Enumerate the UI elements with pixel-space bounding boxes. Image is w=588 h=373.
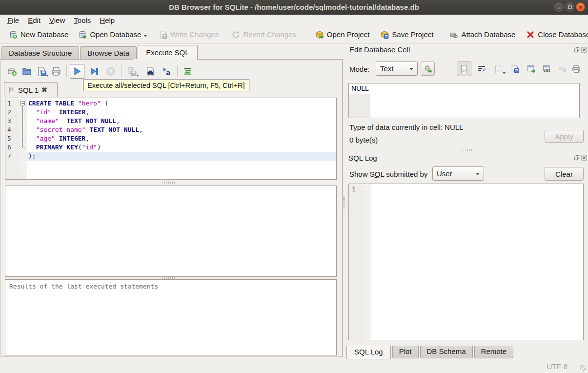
- execute-all-button[interactable]: [70, 64, 84, 79]
- code-line[interactable]: 2 "id" INTEGER,: [5, 108, 336, 117]
- find-button[interactable]: [143, 64, 158, 79]
- save-sql-file-button[interactable]: [34, 64, 49, 79]
- open-database-dropdown-icon[interactable]: [144, 35, 147, 39]
- dock-tab-plot[interactable]: Plot: [392, 346, 419, 358]
- new-tab-icon: [7, 66, 17, 76]
- log-line-number: 1: [349, 184, 364, 340]
- encoding-indicator[interactable]: UTF-8: [547, 362, 568, 371]
- tab-database-structure[interactable]: Database Structure: [1, 46, 79, 60]
- clear-log-button[interactable]: Clear: [545, 167, 584, 181]
- close-button[interactable]: [576, 2, 585, 12]
- save-as-icon: [510, 64, 519, 73]
- results-grid[interactable]: [5, 186, 337, 277]
- title-bar[interactable]: DB Browser for SQLite - /home/user/code/…: [0, 0, 588, 15]
- mode-combobox[interactable]: Text: [376, 62, 418, 76]
- sql-log-filter-label: Show SQL submitted by: [349, 170, 427, 178]
- cell-editor[interactable]: NULL: [348, 83, 580, 118]
- menu-bar: File Edit View Tools Help: [0, 15, 588, 25]
- open-external-icon: [527, 64, 536, 73]
- execute-line-button[interactable]: [87, 64, 101, 79]
- print-sql-button[interactable]: [49, 64, 63, 79]
- results-message-panel[interactable]: Results of the last executed statements: [5, 279, 337, 355]
- sql-editor-tab-label: SQL 1: [18, 86, 39, 94]
- cell-import-button: [491, 62, 506, 76]
- resize-grip[interactable]: [580, 365, 586, 371]
- execute-all-icon: [72, 66, 82, 76]
- code-line[interactable]: 1 CREATE TABLE "hero" (: [5, 99, 336, 108]
- code-text[interactable]: );: [27, 152, 336, 161]
- cell-text-mode-button[interactable]: [457, 62, 471, 76]
- auto-mode-button[interactable]: [421, 62, 435, 76]
- svg-text:a: a: [162, 67, 166, 72]
- sql-log-view[interactable]: 1: [348, 184, 584, 340]
- menu-edit[interactable]: Edit: [23, 16, 45, 25]
- stop-execution-button: [103, 64, 118, 79]
- code-text[interactable]: PRIMARY KEY("id"): [27, 143, 336, 152]
- code-text[interactable]: CREATE TABLE "hero" (: [27, 99, 336, 108]
- results-placeholder: Results of the last executed statements: [9, 283, 158, 290]
- minimize-button[interactable]: [554, 2, 564, 12]
- dock-splitter-handle[interactable]: [343, 197, 345, 210]
- code-line[interactable]: 5 "age" INTEGER,: [5, 134, 336, 143]
- format-sql-button[interactable]: [181, 64, 195, 79]
- sql-code-editor[interactable]: 1 CREATE TABLE "hero" ( 2 "id" INTEGER, …: [5, 98, 337, 180]
- dock-tab-db-schema[interactable]: DB Schema: [420, 346, 473, 358]
- code-line[interactable]: 4 "secret_name" TEXT NOT NULL,: [5, 125, 336, 134]
- line-number: 6: [5, 143, 19, 152]
- combo-arrow-icon: [409, 68, 413, 72]
- menu-tools[interactable]: Tools: [69, 16, 95, 25]
- fold-margin[interactable]: [19, 143, 27, 152]
- new-database-button[interactable]: New Database: [6, 28, 71, 41]
- menu-help[interactable]: Help: [95, 16, 119, 25]
- open-sql-file-button[interactable]: [20, 64, 34, 79]
- dock-tab-sql-log[interactable]: SQL Log: [346, 346, 391, 359]
- write-changes-icon: [159, 30, 167, 39]
- fold-margin[interactable]: [19, 152, 27, 161]
- new-sql-tab-button[interactable]: [5, 64, 20, 79]
- maximize-button[interactable]: [565, 2, 574, 12]
- log-filter-combobox[interactable]: User: [432, 166, 484, 181]
- tab-execute-sql[interactable]: Execute SQL: [138, 45, 197, 60]
- attach-database-icon: [449, 30, 458, 39]
- close-tab-icon[interactable]: ✖: [41, 86, 47, 94]
- tab-browse-data[interactable]: Browse Data: [80, 46, 137, 60]
- code-line-current[interactable]: 7 );: [5, 152, 336, 161]
- cell-word-wrap-button[interactable]: [474, 62, 489, 76]
- attach-database-button[interactable]: Attach Database: [446, 28, 518, 41]
- code-line[interactable]: 3 "name" TEXT NOT NULL,: [5, 117, 336, 125]
- line-number: 2: [5, 108, 19, 117]
- save-project-button[interactable]: Save Project: [377, 28, 436, 41]
- dock-float-button[interactable]: [574, 155, 580, 161]
- splitter-handle[interactable]: [162, 182, 175, 184]
- revert-changes-button: Revert Changes: [228, 28, 299, 41]
- open-database-button[interactable]: Open Database: [75, 28, 150, 41]
- code-text[interactable]: "id" INTEGER,: [27, 108, 336, 117]
- dock-tab-remote[interactable]: Remote: [474, 346, 514, 358]
- fold-margin[interactable]: [19, 117, 27, 125]
- gear-arrow-icon: [424, 64, 432, 73]
- dock-float-button[interactable]: [574, 47, 580, 53]
- cell-link-button[interactable]: [540, 62, 554, 76]
- fold-toggle-icon[interactable]: [20, 101, 25, 105]
- code-text[interactable]: "secret_name" TEXT NOT NULL,: [27, 125, 336, 134]
- open-project-button[interactable]: Open Project: [312, 28, 373, 41]
- printer-icon: [51, 66, 61, 76]
- code-text[interactable]: "age" INTEGER,: [27, 134, 336, 143]
- sql-editor-tab[interactable]: SQL 1 ✖: [4, 82, 58, 97]
- cell-export-button[interactable]: [507, 62, 522, 76]
- menu-view[interactable]: View: [45, 16, 69, 25]
- dock-close-icon: [581, 47, 587, 53]
- code-line[interactable]: 6 PRIMARY KEY("id"): [5, 143, 336, 152]
- dock-close-button[interactable]: [581, 155, 587, 161]
- fold-margin[interactable]: [19, 125, 27, 134]
- fold-margin[interactable]: [19, 134, 27, 143]
- cell-open-in-app-button[interactable]: [524, 62, 539, 76]
- dock-close-button[interactable]: [581, 47, 587, 53]
- cell-print-button[interactable]: [569, 62, 584, 76]
- autocomplete-button[interactable]: aa: [160, 64, 174, 79]
- fold-margin[interactable]: [19, 108, 27, 117]
- close-database-button[interactable]: Close Database: [523, 28, 588, 41]
- dock-section-splitter[interactable]: [460, 149, 472, 151]
- code-text[interactable]: "name" TEXT NOT NULL,: [27, 117, 336, 125]
- menu-file[interactable]: File: [3, 16, 23, 25]
